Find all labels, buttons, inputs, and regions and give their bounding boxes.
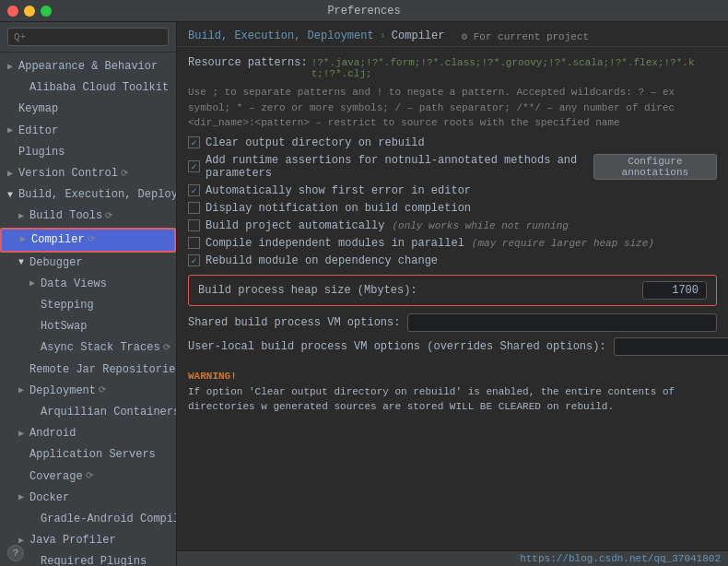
sidebar-item-android[interactable]: ▶ Android: [0, 423, 176, 444]
sidebar-item-label: Deployment: [29, 383, 96, 400]
resource-patterns-row: Resource patterns: !?*.java;!?*.form;!?*…: [188, 56, 717, 79]
sidebar-item-alibaba[interactable]: Alibaba Cloud Toolkit: [0, 77, 176, 99]
sidebar-item-coverage[interactable]: Coverage ⟳: [0, 466, 176, 488]
arrow-icon: ▶: [20, 232, 31, 247]
sync-icon: ⟳: [88, 232, 95, 247]
checkbox-notification-build-input[interactable]: [188, 202, 200, 214]
sidebar-item-deployment[interactable]: ▶ Deployment ⟳: [0, 381, 176, 402]
sidebar-item-label: Editor: [18, 123, 58, 140]
sidebar-item-editor[interactable]: ▶ Editor: [0, 121, 176, 142]
window-controls: [7, 6, 52, 17]
checkbox-clear-output-label: Clear output directory on rebuild: [205, 136, 425, 149]
content-body: Resource patterns: !?*.java;!?*.form;!?*…: [177, 47, 728, 550]
breadcrumb-path: Build, Execution, Deployment: [188, 29, 374, 42]
sidebar-item-remote-jar[interactable]: Remote Jar Repositorie ⟳: [0, 360, 176, 381]
arrow-icon: ▶: [7, 124, 18, 138]
sidebar-item-compiler[interactable]: ▶ Compiler ⟳: [0, 228, 176, 253]
warning-title: WARNING!: [188, 371, 717, 382]
minimize-button[interactable]: [24, 6, 35, 17]
checkbox-parallel-modules-row: Compile independent modules in parallel …: [188, 237, 717, 250]
sidebar-item-label: Required Plugins: [41, 553, 147, 566]
shared-vm-label: Shared build process VM options:: [188, 316, 400, 329]
sidebar-item-java-profiler[interactable]: ▶ Java Profiler: [0, 530, 176, 551]
checkbox-build-auto: Build project automatically: [188, 219, 384, 232]
status-url: https://blog.csdn.net/qq_37041802: [520, 553, 721, 564]
sidebar-item-stepping[interactable]: Stepping: [0, 295, 176, 316]
sidebar-item-debugger[interactable]: ▼ Debugger: [0, 253, 176, 274]
sidebar-item-label: Debugger: [29, 254, 83, 272]
title-bar: Preferences: [0, 0, 728, 22]
arrow-icon: ▶: [18, 490, 29, 505]
checkbox-rebuild-module: Rebuild module on dependency change: [188, 254, 717, 267]
sync-icon: ⟳: [99, 383, 106, 398]
sidebar-item-label: Build, Execution, Deployme: [18, 186, 176, 204]
arrow-icon: ▶: [18, 427, 29, 442]
sidebar-item-label: Remote Jar Repositorie: [29, 361, 175, 379]
sidebar-item-build-execution[interactable]: ▼ Build, Execution, Deployme: [0, 184, 176, 206]
sidebar-item-label: Alibaba Cloud Toolkit: [29, 79, 169, 97]
checkbox-parallel-modules-input[interactable]: [188, 237, 200, 249]
sidebar-item-async-stack-traces[interactable]: Async Stack Traces ⟳: [0, 337, 176, 359]
configure-annotations-button[interactable]: Configure annotations: [593, 154, 717, 180]
heap-size-input[interactable]: [642, 281, 707, 300]
checkbox-build-auto-input[interactable]: [188, 219, 200, 231]
sidebar-item-label: Stepping: [41, 297, 94, 314]
sidebar-item-keymap[interactable]: Keymap: [0, 99, 176, 120]
resource-patterns-value: !?*.java;!?*.form;!?*.class;!?*.groovy;!…: [311, 57, 717, 79]
sidebar-item-gradle-android[interactable]: Gradle-Android Compile ⟳: [0, 509, 176, 530]
checkbox-runtime-assertions-input[interactable]: [188, 160, 200, 172]
sidebar-item-data-views[interactable]: ▶ Data Views: [0, 274, 176, 295]
shared-vm-row: Shared build process VM options:: [188, 313, 717, 332]
sidebar-item-appearance-behavior[interactable]: ▶ Appearance & Behavior: [0, 56, 176, 77]
help-button[interactable]: ?: [7, 545, 24, 561]
checkbox-rebuild-module-input[interactable]: [188, 254, 200, 266]
sidebar-item-docker[interactable]: ▶ Docker: [0, 488, 176, 509]
maximize-button[interactable]: [41, 6, 52, 17]
sidebar-item-label: Keymap: [18, 100, 58, 118]
sidebar-item-required-plugins[interactable]: Required Plugins: [0, 551, 176, 566]
sidebar-item-label: Build Tools: [29, 207, 102, 225]
content-area: Build, Execution, Deployment › Compiler …: [177, 22, 728, 566]
sidebar-item-plugins[interactable]: Plugins: [0, 142, 176, 163]
checkbox-build-auto-label: Build project automatically: [205, 219, 384, 232]
heap-section: Build process heap size (Mbytes):: [188, 275, 717, 306]
warning-section: WARNING! If option 'Clear output directo…: [188, 371, 717, 415]
checkbox-clear-output-input[interactable]: [188, 136, 200, 148]
search-input[interactable]: [7, 28, 169, 46]
sidebar-item-label: Gradle-Android Compile: [41, 511, 176, 528]
checkbox-parallel-modules-label: Compile independent modules in parallel: [205, 237, 464, 250]
checkbox-show-first-error-input[interactable]: [188, 184, 200, 196]
arrow-icon: ▶: [7, 60, 18, 75]
sidebar: ▶ Appearance & Behavior Alibaba Cloud To…: [0, 22, 177, 566]
arrow-icon: ▼: [7, 188, 18, 203]
sync-icon: ⟳: [121, 167, 128, 182]
checkbox-build-auto-row: Build project automatically (only works …: [188, 219, 717, 232]
sidebar-item-label: Async Stack Traces: [41, 339, 160, 357]
sidebar-item-build-tools[interactable]: ▶ Build Tools ⟳: [0, 206, 176, 227]
user-local-vm-label: User-local build process VM options (ove…: [188, 340, 606, 353]
sidebar-tree: ▶ Appearance & Behavior Alibaba Cloud To…: [0, 53, 176, 566]
content-header: Build, Execution, Deployment › Compiler …: [177, 22, 728, 47]
checkbox-runtime-assertions: Add runtime assertions for notnull-annot…: [188, 154, 717, 180]
shared-vm-input[interactable]: [407, 313, 717, 332]
project-scope: ⚙ For current project: [461, 30, 589, 42]
main-container: ▶ Appearance & Behavior Alibaba Cloud To…: [0, 22, 728, 566]
sidebar-item-app-servers[interactable]: Application Servers: [0, 444, 176, 466]
checkbox-rebuild-module-label: Rebuild module on dependency change: [205, 254, 438, 267]
sidebar-item-label: Application Servers: [29, 446, 156, 464]
breadcrumb-current: Compiler: [392, 29, 445, 42]
close-button[interactable]: [7, 6, 18, 17]
arrow-icon: ▶: [18, 209, 29, 224]
sidebar-item-arquillian[interactable]: Arquillian Containers ⟳: [0, 402, 176, 423]
sidebar-item-version-control[interactable]: ▶ Version Control ⟳: [0, 163, 176, 184]
sidebar-item-label: Java Profiler: [29, 532, 116, 549]
breadcrumb-separator: ›: [380, 29, 386, 42]
user-local-vm-input[interactable]: [614, 337, 728, 356]
build-auto-note: (only works while not running: [392, 220, 568, 231]
resource-patterns-hint: Use ; to separate patterns and ! to nega…: [188, 85, 717, 131]
checkbox-notification-build: Display notification on build completion: [188, 202, 717, 215]
sidebar-item-label: Compiler: [31, 231, 85, 249]
arrow-icon: ▶: [18, 383, 29, 398]
checkbox-runtime-assertions-label: Add runtime assertions for notnull-annot…: [205, 154, 579, 180]
sidebar-item-hotswap[interactable]: HotSwap: [0, 316, 176, 337]
